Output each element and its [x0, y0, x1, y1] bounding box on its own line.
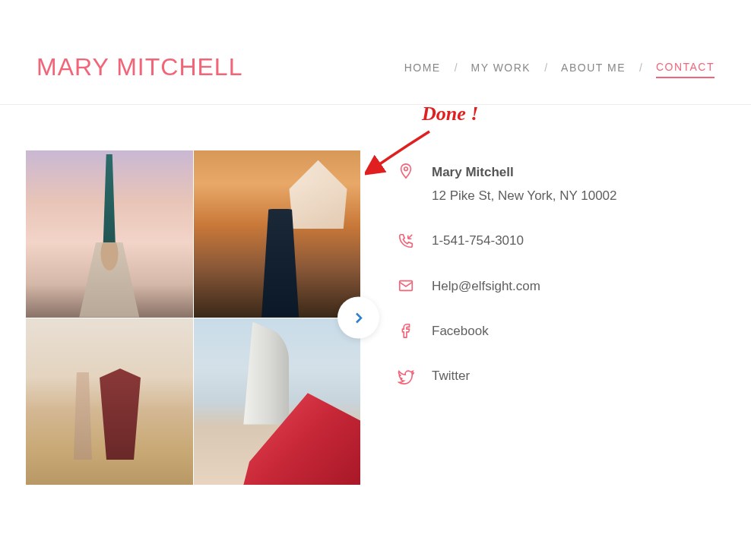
site-logo[interactable]: MARY MITCHELL	[36, 53, 242, 81]
site-header: MARY MITCHELL HOME / MY WORK / ABOUT ME …	[0, 0, 751, 105]
contact-name: Mary Mitchell	[432, 162, 617, 182]
contact-phone-row: 1-541-754-3010	[397, 230, 715, 251]
contact-phone[interactable]: 1-541-754-3010	[432, 230, 524, 251]
email-icon	[397, 277, 415, 295]
contact-address: 12 Pike St, New York, NY 10002	[432, 188, 617, 203]
contact-email[interactable]: Help@elfsight.com	[432, 276, 540, 296]
gallery-next-button[interactable]	[337, 297, 379, 339]
nav-separator: /	[455, 62, 458, 74]
nav-separator: /	[639, 62, 642, 74]
contact-facebook-row: Facebook	[397, 321, 715, 341]
nav-about-me[interactable]: ABOUT ME	[561, 58, 626, 78]
contact-address-text: Mary Mitchell 12 Pike St, New York, NY 1…	[432, 162, 617, 206]
chevron-right-icon	[353, 312, 365, 324]
photo-gallery	[26, 150, 360, 485]
gallery-tile-1[interactable]	[26, 150, 193, 318]
contact-twitter-row: Twitter	[397, 365, 715, 386]
gallery-tile-2[interactable]	[194, 150, 361, 318]
twitter-icon	[397, 367, 415, 385]
phone-icon	[397, 232, 415, 250]
arrow-annotation	[365, 125, 441, 179]
nav-home[interactable]: HOME	[404, 58, 441, 78]
contact-twitter[interactable]: Twitter	[432, 365, 470, 386]
main-nav: HOME / MY WORK / ABOUT ME / CONTACT	[404, 57, 715, 78]
nav-my-work[interactable]: MY WORK	[471, 58, 531, 78]
done-annotation: Done !	[422, 103, 478, 125]
nav-contact[interactable]: CONTACT	[656, 57, 715, 78]
contact-facebook[interactable]: Facebook	[432, 321, 489, 341]
nav-separator: /	[544, 62, 547, 74]
facebook-icon	[397, 321, 415, 340]
gallery-tile-4[interactable]	[194, 318, 361, 486]
contact-address-row: Mary Mitchell 12 Pike St, New York, NY 1…	[397, 162, 715, 206]
contact-info: Mary Mitchell 12 Pike St, New York, NY 1…	[397, 150, 715, 485]
gallery-tile-3[interactable]	[26, 318, 193, 486]
contact-email-row: Help@elfsight.com	[397, 276, 715, 296]
